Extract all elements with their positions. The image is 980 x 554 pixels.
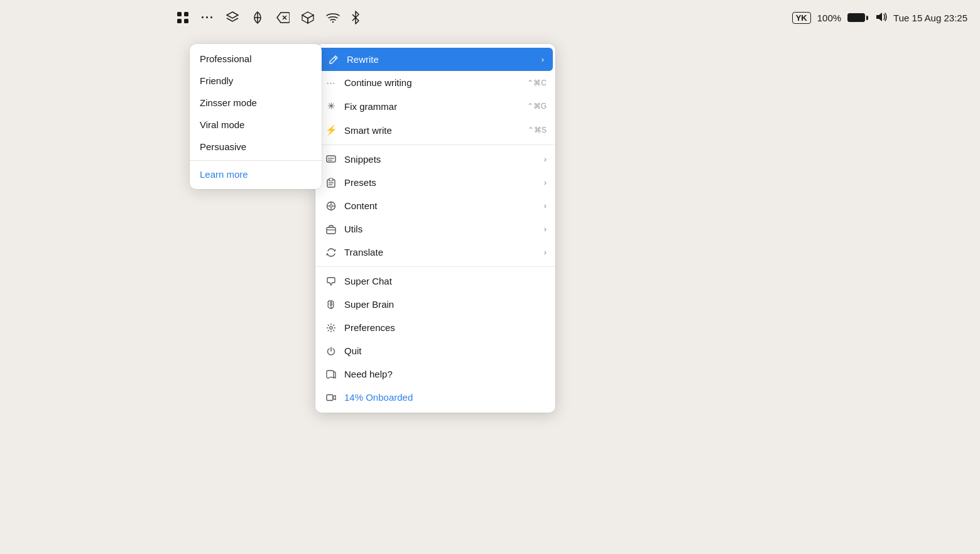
submenu-zinsser[interactable]: Zinsser mode — [190, 92, 322, 114]
continue-writing-label: Continue writing — [344, 77, 521, 88]
svg-rect-1 — [184, 12, 188, 16]
content-label: Content — [344, 200, 535, 211]
clipboard-icon — [324, 178, 338, 188]
menu-item-translate[interactable]: Translate › — [315, 241, 555, 264]
yk-badge[interactable]: YK — [792, 12, 811, 24]
learn-more-link[interactable]: Learn more — [190, 163, 322, 185]
video-icon — [324, 393, 338, 403]
divider-1 — [315, 144, 555, 145]
fix-grammar-label: Fix grammar — [344, 101, 521, 112]
sound-icon[interactable] — [874, 11, 887, 25]
menu-item-presets[interactable]: Presets › — [315, 171, 555, 194]
dots-icon[interactable]: ··· — [201, 11, 214, 24]
svg-rect-3 — [184, 19, 188, 23]
super-brain-label: Super Brain — [344, 299, 547, 310]
content-arrow: › — [544, 201, 547, 210]
need-help-label: Need help? — [344, 369, 547, 379]
power-icon — [324, 346, 338, 356]
fork-icon[interactable] — [251, 11, 264, 24]
menubar-left-icons: ··· — [176, 0, 360, 35]
menu-item-need-help[interactable]: Need help? — [315, 362, 555, 386]
menu-item-utils[interactable]: Utils › — [315, 217, 555, 241]
snippets-label: Snippets — [344, 154, 535, 165]
utils-label: Utils — [344, 224, 535, 234]
menu-item-smart-write[interactable]: ⚡ Smart write ⌃⌘S — [315, 118, 555, 142]
menu-item-content[interactable]: Content › — [315, 194, 555, 217]
translate-arrow: › — [544, 247, 547, 257]
menu-item-super-brain[interactable]: Super Brain — [315, 293, 555, 316]
submenu-divider — [190, 160, 322, 161]
submenu-friendly[interactable]: Friendly — [190, 70, 322, 92]
menu-item-rewrite[interactable]: Rewrite › — [318, 48, 553, 71]
smart-write-shortcut: ⌃⌘S — [528, 126, 547, 134]
submenu-persuasive[interactable]: Persuasive — [190, 136, 322, 158]
dots-continue-icon: ··· — [324, 78, 338, 87]
svg-marker-9 — [302, 15, 308, 23]
briefcase-icon — [324, 224, 338, 234]
svg-rect-26 — [327, 227, 335, 234]
svg-marker-10 — [308, 15, 313, 23]
battery-icon — [847, 13, 868, 22]
svg-point-11 — [332, 21, 334, 23]
quit-label: Quit — [344, 345, 547, 356]
snippets-arrow: › — [544, 155, 547, 164]
rewrite-submenu: Professional Friendly Zinsser mode Viral… — [190, 44, 322, 189]
onboarded-label: 14% Onboarded — [344, 392, 547, 403]
translate-label: Translate — [344, 247, 535, 258]
layers-icon[interactable] — [226, 11, 239, 24]
divider-2 — [315, 266, 555, 267]
smart-write-label: Smart write — [344, 125, 521, 136]
rewrite-arrow: › — [542, 55, 544, 64]
menu-item-quit[interactable]: Quit — [315, 339, 555, 362]
menu-item-snippets[interactable]: Snippets › — [315, 148, 555, 171]
svg-marker-8 — [302, 12, 313, 18]
gear-icon — [324, 323, 338, 333]
svg-rect-13 — [327, 156, 335, 162]
asterisk-icon: ✳ — [324, 100, 338, 112]
menu-item-onboarded[interactable]: 14% Onboarded — [315, 386, 555, 409]
wifi-icon[interactable] — [326, 12, 340, 23]
presets-arrow: › — [544, 178, 547, 187]
menu-item-super-chat[interactable]: Super Chat — [315, 269, 555, 293]
brain-icon — [324, 300, 338, 310]
svg-rect-2 — [177, 19, 182, 23]
recycle-icon — [324, 247, 338, 258]
svg-point-21 — [330, 205, 332, 207]
submenu-viral[interactable]: Viral mode — [190, 114, 322, 136]
menu-item-fix-grammar[interactable]: ✳ Fix grammar ⌃⌘G — [315, 94, 555, 118]
super-chat-label: Super Chat — [344, 276, 547, 286]
svg-rect-17 — [329, 178, 333, 181]
grammar-shortcut: ⌃⌘G — [527, 102, 547, 111]
datetime: Tue 15 Aug 23:25 — [893, 13, 967, 23]
svg-rect-30 — [327, 394, 333, 400]
svg-point-29 — [330, 326, 332, 329]
rewrite-label: Rewrite — [347, 54, 533, 65]
menu-item-preferences[interactable]: Preferences — [315, 316, 555, 339]
main-menu: Rewrite › ··· Continue writing ⌃⌘C ✳ Fix… — [315, 44, 555, 413]
bluetooth-icon[interactable] — [351, 11, 360, 24]
book-icon — [324, 369, 338, 379]
speech-bubble-icon — [324, 155, 338, 165]
menubar-right: YK 100% Tue 15 Aug 23:25 — [792, 0, 967, 35]
content-circle-icon — [324, 201, 338, 211]
utils-arrow: › — [544, 224, 547, 234]
preferences-label: Preferences — [344, 322, 547, 333]
dropbox-icon[interactable] — [301, 11, 315, 24]
svg-line-12 — [334, 57, 336, 59]
grid-icon[interactable] — [176, 11, 190, 24]
lightning-icon: ⚡ — [324, 124, 338, 136]
continue-shortcut: ⌃⌘C — [527, 79, 547, 87]
battery-percent: 100% — [817, 13, 841, 23]
pencil-icon — [327, 55, 340, 65]
submenu-professional[interactable]: Professional — [190, 48, 322, 70]
thought-bubble-icon — [324, 276, 338, 286]
svg-rect-0 — [177, 12, 182, 16]
backspace-icon[interactable] — [276, 11, 290, 24]
menu-item-continue-writing[interactable]: ··· Continue writing ⌃⌘C — [315, 71, 555, 94]
presets-label: Presets — [344, 177, 535, 188]
